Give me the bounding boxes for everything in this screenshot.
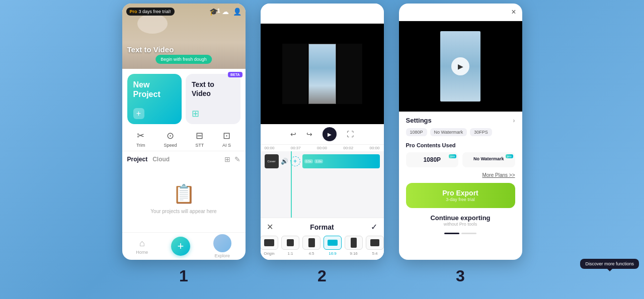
format-close-button[interactable]: ✕ bbox=[267, 222, 273, 232]
speed-tool[interactable]: ⊙ Speed bbox=[164, 130, 177, 148]
bottom-nav: ⌂ Home + Explore bbox=[122, 232, 246, 260]
play-button[interactable]: ▶ bbox=[323, 127, 337, 141]
project-header: Project Cloud ⊞ ✎ bbox=[127, 155, 240, 163]
film-strip bbox=[282, 44, 362, 104]
preview-frame: ▶ bbox=[440, 31, 480, 102]
text-to-video-card[interactable]: BETA Text to Video ⊞ bbox=[186, 74, 240, 124]
screen3-wrapper: × ▶ Settings › 1080P No Watermark 30FPS bbox=[399, 4, 522, 285]
trim-icon: ✂ bbox=[137, 130, 144, 141]
tab-cloud[interactable]: Cloud bbox=[152, 156, 170, 163]
format-icon-1-1 bbox=[281, 236, 299, 250]
profile-icon[interactable]: 👤 bbox=[233, 8, 242, 16]
nav-explore[interactable]: Explore bbox=[213, 234, 231, 258]
format-1-1[interactable]: 1:1 bbox=[281, 236, 299, 256]
clip-badge-2: 1.0s bbox=[314, 159, 323, 163]
pro-export-button[interactable]: Pro Export 3-day free trial bbox=[406, 183, 515, 208]
film-frame-right bbox=[337, 44, 362, 104]
ai-icon: ⊡ bbox=[223, 130, 230, 141]
cover-thumbnail[interactable]: Cover bbox=[265, 154, 279, 168]
trim-tool[interactable]: ✂ Trim bbox=[136, 130, 145, 148]
volume-icon[interactable]: 🔊 bbox=[281, 158, 288, 165]
ttv-icon: ⊞ bbox=[192, 108, 199, 119]
format-4-5[interactable]: 4:5 bbox=[302, 236, 320, 256]
project-section: Project Cloud ⊞ ✎ bbox=[122, 151, 246, 165]
continue-export-button[interactable]: Continue exporting without Pro tools bbox=[406, 212, 515, 229]
format-origin[interactable]: Origin bbox=[261, 236, 279, 256]
redo-icon[interactable]: ↪ bbox=[306, 130, 312, 138]
pro-contents-row: pro 1080P pro No Watermark bbox=[406, 152, 515, 167]
format-label-16-9: 16:9 bbox=[329, 251, 337, 256]
settings-tag-fps: 30FPS bbox=[470, 128, 492, 136]
screen1-header: Pro 3 days free trial! 🎓 ☁ 👤 Begin with … bbox=[122, 4, 246, 69]
time-end: 00:00 bbox=[369, 146, 379, 150]
film-frame-center bbox=[308, 44, 336, 104]
expand-icon[interactable]: ⛶ bbox=[347, 130, 354, 138]
nav-home[interactable]: ⌂ Home bbox=[136, 238, 148, 255]
more-plans-link[interactable]: More Plans >> bbox=[406, 172, 515, 178]
speed-icon: ⊙ bbox=[167, 130, 174, 141]
project-cards: New Project + BETA Text to Video ⊞ bbox=[122, 69, 246, 127]
grid-icon[interactable]: ⊞ bbox=[224, 155, 230, 163]
format-shape-4-5 bbox=[308, 238, 315, 247]
pro-badge-1080p: pro bbox=[449, 154, 456, 158]
begin-button[interactable]: Begin with fresh dough bbox=[155, 55, 212, 64]
hat-icon[interactable]: 🎓 bbox=[209, 8, 218, 16]
add-clip-button[interactable]: + bbox=[290, 156, 300, 166]
settings-tag-1080p: 1080P bbox=[406, 128, 427, 136]
tab-project[interactable]: Project bbox=[127, 156, 148, 163]
stt-tool[interactable]: ⊟ STT bbox=[195, 130, 204, 148]
ai-tool[interactable]: ⊡ AI S bbox=[222, 130, 231, 148]
empty-text: Your projects will appear here bbox=[150, 209, 216, 214]
add-button[interactable]: + bbox=[171, 237, 190, 256]
pro-content-1080p: pro 1080P bbox=[406, 152, 459, 167]
format-confirm-button[interactable]: ✓ bbox=[371, 222, 377, 232]
continue-export-sub: without Pro tools bbox=[408, 222, 513, 227]
play-overlay-button[interactable]: ▶ bbox=[451, 57, 469, 75]
format-shape-1-1 bbox=[287, 239, 294, 246]
edit-icon[interactable]: ✎ bbox=[234, 155, 240, 163]
pro-contents-title: Pro Contents Used bbox=[406, 142, 515, 148]
home-label: Home bbox=[136, 250, 148, 255]
add-icon[interactable]: + bbox=[133, 108, 144, 119]
playback-controls: ↩ ↪ ▶ ⛶ bbox=[261, 124, 384, 145]
format-5-4[interactable]: 5:4 bbox=[366, 236, 384, 256]
format-9-16[interactable]: 9:16 bbox=[345, 236, 363, 256]
ai-label: AI S bbox=[222, 143, 231, 148]
page-number: 1 bbox=[217, 8, 220, 14]
time-start: 00:00 bbox=[265, 146, 275, 150]
pro-export-title: Pro Export bbox=[412, 189, 509, 197]
dot-1 bbox=[444, 233, 459, 234]
project-header-icons: ⊞ ✎ bbox=[224, 155, 240, 163]
settings-title: Settings › bbox=[406, 117, 515, 124]
pro-value-watermark: No Watermark bbox=[473, 156, 504, 161]
settings-tags: 1080P No Watermark 30FPS bbox=[406, 128, 515, 136]
time-mid2: 00:00 bbox=[317, 146, 327, 150]
format-16-9[interactable]: 16:9 bbox=[324, 236, 342, 256]
timeline-clip[interactable]: 0.5s 1.0s bbox=[302, 154, 380, 168]
format-title: Format bbox=[310, 223, 334, 231]
white-space bbox=[261, 4, 384, 24]
pro-text: Pro bbox=[130, 9, 137, 14]
settings-arrow-icon[interactable]: › bbox=[513, 117, 515, 124]
video-preview: ▶ bbox=[399, 21, 522, 112]
cloud-icon[interactable]: ☁ bbox=[222, 8, 229, 16]
free-trial-text: 3 days free trial! bbox=[139, 9, 171, 14]
timeline: Cover 🔊 + 0.5s 1.0s bbox=[261, 151, 384, 218]
project-tabs: Project Cloud bbox=[127, 156, 170, 163]
undo-icon[interactable]: ↩ bbox=[290, 130, 296, 138]
format-shape-5-4 bbox=[370, 239, 379, 246]
new-project-card[interactable]: New Project + bbox=[127, 74, 182, 124]
format-icon-origin bbox=[261, 236, 279, 250]
timeline-header: 00:00 00:37 00:00 00:02 00:00 bbox=[261, 145, 384, 151]
step-number-3: 3 bbox=[456, 267, 465, 285]
format-icon-4-5 bbox=[302, 236, 320, 250]
settings-label: Settings bbox=[406, 117, 432, 124]
beta-badge: BETA bbox=[228, 72, 243, 77]
home-icon: ⌂ bbox=[139, 238, 145, 249]
settings-tag-watermark: No Watermark bbox=[430, 128, 467, 136]
video-area bbox=[261, 24, 384, 124]
pro-badge: Pro 3 days free trial! bbox=[126, 8, 175, 16]
close-button[interactable]: × bbox=[511, 8, 516, 17]
trim-label: Trim bbox=[136, 143, 145, 148]
cover-label: Cover bbox=[267, 160, 275, 163]
